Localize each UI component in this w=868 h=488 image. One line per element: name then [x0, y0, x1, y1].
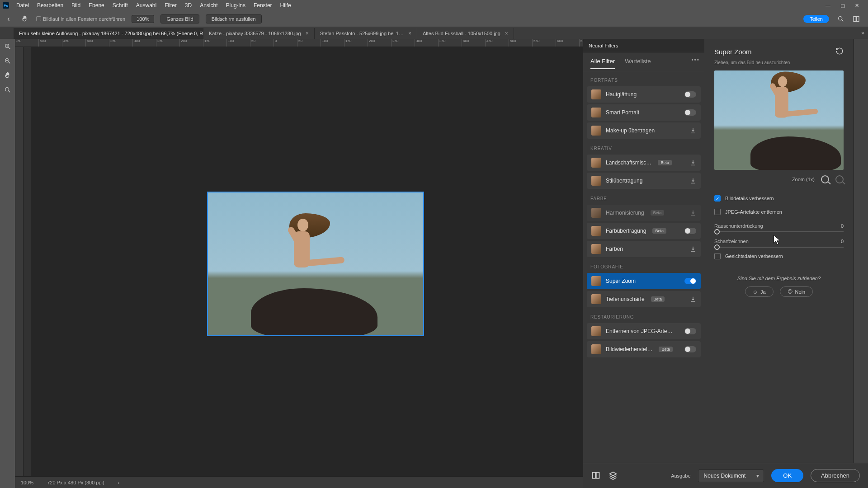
- download-icon[interactable]: [690, 210, 696, 216]
- checkbox-remove-jpeg[interactable]: [714, 209, 721, 215]
- filter-item[interactable]: FarbübertragungBeta: [587, 223, 701, 239]
- download-icon[interactable]: [690, 296, 696, 302]
- menu-ebene[interactable]: Ebene: [85, 1, 108, 9]
- filter-item[interactable]: Stilübertragung: [587, 173, 701, 189]
- filter-thumb: [591, 176, 601, 186]
- more-icon[interactable]: •••: [691, 57, 700, 63]
- menu-auswahl[interactable]: Auswahl: [132, 1, 160, 9]
- ok-button[interactable]: OK: [771, 469, 803, 482]
- menu-3d[interactable]: 3D: [181, 1, 195, 9]
- menu-datei[interactable]: Datei: [13, 1, 33, 9]
- filter-item[interactable]: Entfernen von JPEG-Arte…: [587, 323, 701, 339]
- status-chevron-icon[interactable]: ›: [118, 480, 120, 485]
- output-select[interactable]: Neues Dokument: [698, 469, 764, 482]
- menu-ansicht[interactable]: Ansicht: [196, 1, 221, 9]
- document-tab[interactable]: Stefan Passfoto - 525x699.jpg bei 1…×: [315, 28, 417, 39]
- zoom-in-icon[interactable]: [821, 175, 829, 183]
- workspace-icon[interactable]: [853, 15, 860, 23]
- feedback-no-button[interactable]: ☹Nein: [780, 286, 813, 297]
- filter-toggle[interactable]: [684, 278, 696, 284]
- window-maximize-icon[interactable]: ▢: [840, 3, 845, 9]
- download-icon[interactable]: [690, 160, 696, 166]
- panel-tab-neural-filters[interactable]: Neural Filters: [583, 39, 704, 52]
- filter-item[interactable]: TiefenunschärfeBeta: [587, 291, 701, 307]
- status-zoom[interactable]: 100%: [21, 480, 33, 485]
- tab-all-filters[interactable]: Alle Filter: [590, 58, 615, 69]
- download-icon[interactable]: [690, 246, 696, 252]
- window-minimize-icon[interactable]: —: [826, 3, 830, 9]
- menu-plugins[interactable]: Plug-ins: [222, 1, 249, 9]
- filter-toggle[interactable]: [684, 109, 696, 116]
- zoom-tool-icon[interactable]: [3, 85, 13, 95]
- filter-item[interactable]: Hautglättung: [587, 86, 701, 103]
- feedback-yes-button[interactable]: ☺Ja: [745, 286, 774, 297]
- svg-rect-2: [857, 16, 859, 21]
- scroll-all-windows-checkbox[interactable]: Bildlauf in allen Fenstern durchführen: [36, 16, 125, 22]
- reset-icon[interactable]: [835, 47, 844, 56]
- beta-badge: Beta: [651, 296, 665, 302]
- document-tab[interactable]: Frau sehr kleine Auflösung - pixabay 186…: [14, 28, 203, 39]
- filter-toggle[interactable]: [684, 228, 696, 234]
- compare-icon[interactable]: [591, 471, 601, 481]
- filter-item[interactable]: Bildwiederherstel…Beta: [587, 341, 701, 357]
- slider-noise[interactable]: [714, 231, 844, 232]
- zoom-out-icon[interactable]: [835, 175, 844, 183]
- layers-icon[interactable]: [609, 471, 618, 481]
- feedback-prompt: Sind Sie mit dem Ergebnis zufrieden?: [704, 276, 854, 281]
- filter-name: Super Zoom: [606, 278, 636, 284]
- download-icon[interactable]: [690, 178, 696, 184]
- preview-thumbnail[interactable]: [714, 70, 844, 170]
- zoom-in-icon[interactable]: [3, 42, 13, 52]
- tab-waitlist[interactable]: Warteliste: [625, 58, 651, 69]
- slider-sharpen[interactable]: [714, 247, 844, 248]
- search-icon[interactable]: [837, 15, 844, 23]
- filter-item[interactable]: Färben: [587, 241, 701, 257]
- hand-tool-icon[interactable]: [3, 70, 13, 80]
- share-button[interactable]: Teilen: [803, 15, 829, 23]
- menu-hilfe[interactable]: Hilfe: [277, 1, 295, 9]
- fill-screen-button[interactable]: Bildschirm ausfüllen: [206, 14, 262, 23]
- svg-rect-7: [596, 472, 599, 478]
- checkbox-enhance-face[interactable]: [714, 253, 721, 259]
- tabs-overflow-icon[interactable]: »: [861, 30, 864, 36]
- active-image[interactable]: [207, 192, 424, 336]
- checkbox-enhance-details[interactable]: ✓: [714, 195, 721, 202]
- zoom-level-field[interactable]: 100%: [132, 15, 154, 23]
- filter-item[interactable]: Super Zoom: [587, 273, 701, 289]
- filter-thumb: [591, 344, 601, 354]
- filter-toggle[interactable]: [684, 91, 696, 98]
- filter-item[interactable]: Smart Portrait: [587, 104, 701, 121]
- filter-item[interactable]: Make-up übertragen: [587, 122, 701, 139]
- download-icon[interactable]: [690, 127, 696, 134]
- back-icon[interactable]: ‹: [4, 14, 14, 24]
- cancel-button[interactable]: Abbrechen: [811, 469, 860, 482]
- menu-bild[interactable]: Bild: [68, 1, 84, 9]
- document-tab[interactable]: Altes Bild Fussball - 1050x1500.jpg×: [417, 28, 514, 39]
- filter-toggle[interactable]: [684, 328, 696, 334]
- document-tab[interactable]: Katze - pixabay 3336579 - 1066x1280.jpg×: [203, 28, 315, 39]
- fit-whole-image-button[interactable]: Ganzes Bild: [160, 14, 199, 23]
- window-close-icon[interactable]: ✕: [855, 3, 859, 9]
- hand-tool-icon[interactable]: [20, 14, 30, 24]
- menu-filter[interactable]: Filter: [161, 1, 180, 9]
- beta-badge: Beta: [652, 228, 666, 234]
- close-icon[interactable]: ×: [306, 30, 309, 37]
- filter-thumb: [591, 89, 601, 99]
- filter-toggle[interactable]: [684, 346, 696, 352]
- ruler-vertical: [15, 47, 24, 476]
- filter-item[interactable]: HarmonisierungBeta: [587, 205, 701, 221]
- menu-bearbeiten[interactable]: Bearbeiten: [33, 1, 67, 9]
- app-logo: Ps: [3, 2, 9, 9]
- menu-schrift[interactable]: Schrift: [109, 1, 132, 9]
- svg-point-0: [839, 16, 842, 20]
- filter-item[interactable]: Landschaftsmisc…Beta: [587, 155, 701, 171]
- collapsed-panels-strip[interactable]: [854, 39, 868, 488]
- canvas[interactable]: [31, 47, 583, 476]
- zoom-out-icon[interactable]: [3, 56, 13, 66]
- checkbox-label: JPEG-Artefakte entfernen: [725, 209, 782, 215]
- menu-fenster[interactable]: Fenster: [250, 1, 276, 9]
- filter-thumb: [591, 126, 601, 136]
- close-icon[interactable]: ×: [408, 30, 411, 37]
- filter-name: Stilübertragung: [606, 178, 642, 184]
- close-icon[interactable]: ×: [505, 30, 508, 37]
